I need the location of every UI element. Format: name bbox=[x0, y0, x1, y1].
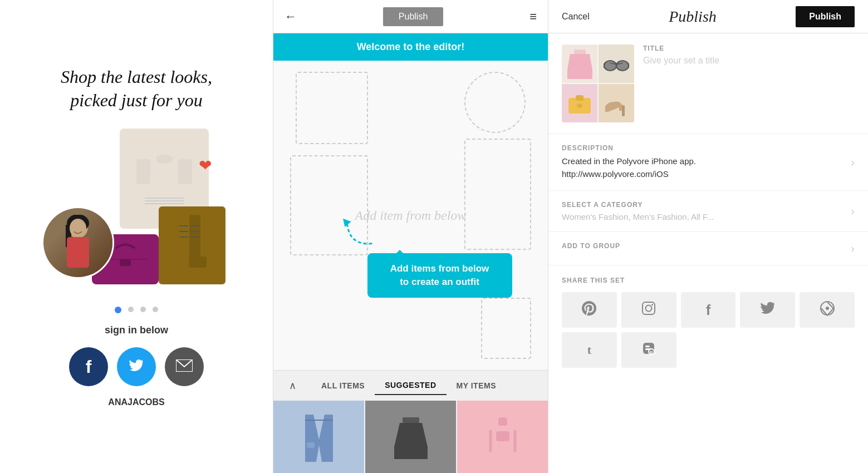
dot-2[interactable] bbox=[128, 307, 134, 312]
boots-image bbox=[159, 206, 225, 284]
svg-rect-6 bbox=[145, 159, 184, 204]
email-icon bbox=[176, 358, 193, 376]
description-content: DESCRIPTION Created in the Polyvore iPho… bbox=[562, 144, 844, 180]
description-section: DESCRIPTION Created in the Polyvore iPho… bbox=[548, 134, 868, 191]
svg-rect-54 bbox=[645, 346, 650, 347]
item-thumb-1[interactable] bbox=[273, 401, 364, 473]
facebook-signin-button[interactable]: f bbox=[69, 347, 108, 386]
description-arrow: › bbox=[844, 156, 855, 169]
group-section[interactable]: ADD TO GROUP › bbox=[548, 232, 868, 265]
bottom-tabs: ∧ ALL ITEMS SUGGESTED MY ITEMS bbox=[273, 370, 548, 401]
collapse-button[interactable]: ∧ bbox=[282, 376, 302, 396]
placeholder-shape-5 bbox=[481, 298, 531, 359]
share-tumblr-button[interactable]: t bbox=[562, 332, 617, 368]
category-value: Women's Fashion, Men's Fashion, All F... bbox=[562, 212, 844, 221]
heart-icon: ❤ bbox=[199, 156, 212, 175]
cancel-button[interactable]: Cancel bbox=[562, 12, 590, 22]
canvas-placeholder-text: Add item from below bbox=[355, 208, 467, 223]
username: ANAJACOBS bbox=[108, 397, 164, 407]
thumb-cell-3 bbox=[562, 84, 597, 122]
publish-button-middle[interactable]: Publish bbox=[383, 7, 443, 26]
publish-title: Publish bbox=[669, 8, 717, 26]
social-buttons: f bbox=[69, 347, 204, 386]
svg-point-46 bbox=[577, 104, 582, 108]
description-text[interactable]: Created in the Polyvore iPhone app. http… bbox=[562, 155, 844, 180]
share-wordpress-button[interactable] bbox=[800, 292, 855, 328]
set-title-area: TITLE Give your set a title bbox=[643, 45, 855, 66]
middle-header: ← Publish ≡ bbox=[273, 0, 548, 33]
publish-button-right[interactable]: Publish bbox=[796, 6, 855, 27]
placeholder-shape-2 bbox=[464, 72, 526, 133]
carousel-dots bbox=[115, 307, 158, 313]
svg-point-3 bbox=[70, 219, 86, 238]
description-label: DESCRIPTION bbox=[562, 144, 844, 152]
item-thumb-3[interactable]: ♡ bbox=[457, 401, 548, 473]
dot-1[interactable] bbox=[115, 307, 121, 313]
blogger-icon: B bbox=[641, 341, 656, 360]
svg-rect-7 bbox=[136, 159, 150, 184]
svg-rect-30 bbox=[307, 442, 315, 448]
dot-4[interactable] bbox=[153, 307, 158, 312]
title-label: TITLE bbox=[643, 45, 855, 52]
tab-suggested[interactable]: SUGGESTED bbox=[375, 376, 446, 395]
share-twitter-button[interactable] bbox=[740, 292, 795, 328]
svg-point-52 bbox=[826, 307, 829, 310]
svg-point-10 bbox=[156, 155, 173, 164]
category-content: SELECT A CATEGORY Women's Fashion, Men's… bbox=[562, 201, 844, 221]
tumblr-icon: t bbox=[587, 343, 591, 357]
placeholder-shape-4 bbox=[464, 139, 531, 250]
group-arrow: › bbox=[844, 242, 855, 255]
sign-in-label: sign in below bbox=[105, 324, 168, 336]
dot-3[interactable] bbox=[140, 307, 146, 312]
svg-text:B: B bbox=[650, 350, 653, 355]
svg-rect-17 bbox=[189, 257, 207, 268]
back-button[interactable]: ← bbox=[285, 9, 297, 24]
set-thumbnail bbox=[562, 45, 634, 122]
twitter-share-icon bbox=[760, 302, 776, 319]
items-row: ♡ bbox=[273, 401, 548, 473]
middle-panel: ← Publish ≡ Welcome to the editor! Add i… bbox=[273, 0, 548, 473]
right-header: Cancel Publish Publish bbox=[548, 0, 868, 33]
twitter-signin-button[interactable] bbox=[117, 347, 156, 386]
svg-rect-31 bbox=[403, 417, 419, 423]
svg-rect-8 bbox=[178, 159, 192, 184]
facebook-share-icon: f bbox=[706, 302, 711, 319]
share-blogger-button[interactable]: B bbox=[621, 332, 676, 368]
svg-text:♡: ♡ bbox=[502, 438, 504, 441]
share-instagram-button[interactable] bbox=[621, 292, 676, 328]
share-pinterest-button[interactable] bbox=[562, 292, 617, 328]
tab-my-items[interactable]: MY ITEMS bbox=[447, 377, 506, 395]
svg-point-50 bbox=[651, 304, 653, 306]
svg-rect-47 bbox=[622, 105, 625, 116]
email-signin-button[interactable] bbox=[165, 347, 204, 386]
share-row-2: t B bbox=[562, 332, 855, 368]
title-input[interactable]: Give your set a title bbox=[643, 56, 855, 66]
twitter-icon bbox=[127, 356, 145, 378]
category-section[interactable]: SELECT A CATEGORY Women's Fashion, Men's… bbox=[548, 191, 868, 232]
editor-canvas[interactable]: Add item from below Add items from below… bbox=[273, 61, 548, 370]
avatar-face bbox=[43, 208, 112, 277]
right-panel: Cancel Publish Publish bbox=[548, 0, 868, 473]
svg-point-40 bbox=[616, 61, 629, 71]
svg-rect-38 bbox=[574, 50, 586, 54]
share-facebook-button[interactable]: f bbox=[681, 292, 736, 328]
group-label: ADD TO GROUP bbox=[562, 242, 844, 250]
editor-banner: Welcome to the editor! bbox=[273, 33, 548, 61]
thumb-cell-2 bbox=[599, 45, 634, 83]
avatar bbox=[42, 206, 114, 279]
item-thumb-2[interactable] bbox=[365, 401, 456, 473]
svg-point-39 bbox=[604, 61, 616, 71]
set-preview-section: TITLE Give your set a title bbox=[548, 33, 868, 134]
svg-rect-45 bbox=[576, 95, 583, 101]
group-content: ADD TO GROUP bbox=[562, 242, 844, 253]
thumb-cell-1 bbox=[562, 45, 597, 83]
menu-button[interactable]: ≡ bbox=[529, 9, 537, 24]
collapse-icon: ∧ bbox=[289, 380, 296, 392]
svg-rect-5 bbox=[69, 237, 87, 248]
instagram-icon bbox=[641, 300, 656, 320]
svg-rect-25 bbox=[120, 259, 131, 266]
wordpress-icon bbox=[820, 300, 835, 320]
thumb-cell-4 bbox=[599, 84, 634, 122]
svg-point-49 bbox=[646, 305, 652, 311]
tab-all-items[interactable]: ALL ITEMS bbox=[311, 377, 375, 395]
